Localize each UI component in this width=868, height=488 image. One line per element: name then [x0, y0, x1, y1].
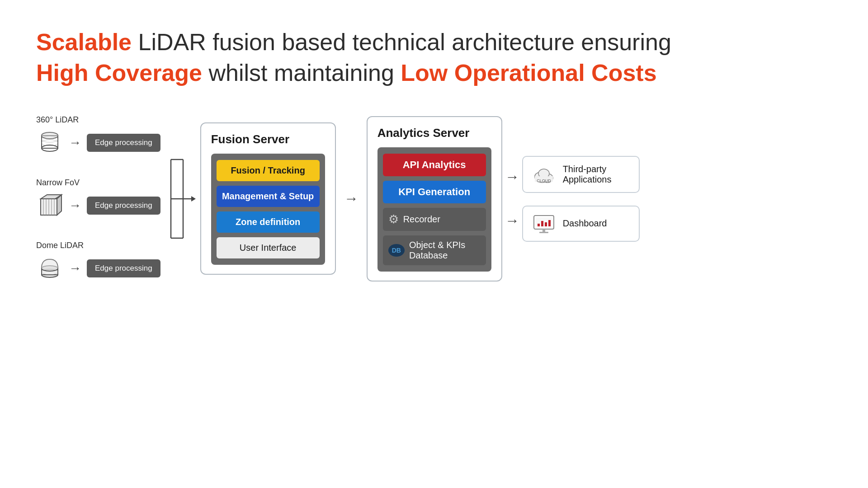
title-high-coverage: High Coverage: [36, 60, 202, 86]
analytics-output-wrapper: → → CLOUD Third-partyApplications: [502, 156, 640, 242]
dashboard-label: Dashboard: [563, 218, 607, 229]
page-content: Scalable LiDAR fusion based technical ar…: [0, 0, 868, 300]
svg-rect-38: [539, 232, 548, 233]
user-interface-button: User Interface: [217, 237, 320, 258]
recorder-label: Recorder: [403, 214, 440, 225]
sensor-dome-lidar: Dome LiDAR: [36, 241, 160, 282]
db-icon: DB: [388, 244, 405, 257]
zone-definition-button: Zone definition: [217, 211, 320, 233]
title-scalable: Scalable: [36, 29, 132, 55]
svg-rect-35: [545, 222, 547, 226]
title-low-costs: Low Operational Costs: [401, 60, 656, 86]
svg-rect-37: [542, 229, 545, 232]
output-boxes: CLOUD Third-partyApplications: [522, 156, 640, 242]
sensor-dome-lidar-label: Dome LiDAR: [36, 241, 84, 250]
edge-box-narrow: Edge processing: [87, 197, 160, 215]
monitor-icon: [532, 214, 556, 234]
kpi-generation-button: KPI Generation: [383, 181, 486, 203]
title-line2-normal: whilst maintaining: [202, 60, 401, 86]
dashboard-box: Dashboard: [522, 206, 640, 242]
svg-point-3: [42, 132, 58, 139]
svg-rect-33: [538, 224, 540, 226]
arrow-360-to-edge: [69, 136, 81, 150]
architecture-diagram: 360° LiDAR Edge proc: [36, 115, 832, 282]
fusion-tracking-button: Fusion / Tracking: [217, 160, 320, 181]
title-line1-normal: LiDAR fusion based technical architectur…: [132, 29, 671, 55]
analytics-server-box: Analytics Server API Analytics KPI Gener…: [367, 116, 502, 282]
title-line-1: Scalable LiDAR fusion based technical ar…: [36, 27, 832, 58]
arrow-dome-to-edge: [69, 261, 81, 276]
sensor-narrow-fov: Narrow FoV: [36, 178, 160, 219]
management-setup-button: Management & Setup: [217, 186, 320, 207]
arrow-fusion-to-analytics: →: [344, 190, 359, 207]
fusion-server-box: Fusion Server Fusion / Tracking Manageme…: [200, 122, 336, 275]
third-party-label: Third-partyApplications: [563, 164, 612, 185]
lidar-360-icon: [36, 129, 63, 156]
fusion-server-inner: Fusion / Tracking Management & Setup Zon…: [211, 154, 325, 265]
sensor-lidar-360-row: Edge processing: [36, 129, 160, 156]
edge-box-dome: Edge processing: [87, 259, 160, 277]
left-section: 360° LiDAR Edge proc: [36, 115, 200, 282]
sensor-narrow-fov-row: Edge processing: [36, 192, 160, 219]
analytics-server-title: Analytics Server: [377, 126, 491, 140]
gear-icon: ⚙: [388, 212, 399, 226]
api-analytics-button: API Analytics: [383, 154, 486, 176]
database-label: Object & KPIsDatabase: [409, 240, 466, 261]
database-row: DB Object & KPIsDatabase: [383, 235, 486, 265]
arrow-to-cloud: →: [505, 169, 519, 185]
merge-bracket-icon: [169, 147, 196, 251]
cloud-icon: CLOUD: [532, 164, 556, 184]
sensors-stack: 360° LiDAR Edge proc: [36, 115, 160, 282]
svg-rect-36: [548, 220, 551, 226]
sensor-narrow-fov-label: Narrow FoV: [36, 178, 80, 188]
edge-box-360: Edge processing: [87, 134, 160, 152]
dome-lidar-icon: [36, 255, 63, 282]
sensor-dome-lidar-row: Edge processing: [36, 255, 160, 282]
arrow-narrow-to-edge: [69, 198, 81, 213]
fusion-server-title: Fusion Server: [211, 132, 325, 146]
svg-rect-34: [541, 221, 543, 226]
svg-marker-13: [57, 195, 61, 215]
output-arrows: → →: [505, 169, 519, 229]
arrow-to-dashboard: →: [505, 212, 519, 229]
third-party-box: CLOUD Third-partyApplications: [522, 156, 640, 193]
narrow-fov-icon: [36, 192, 63, 219]
title-block: Scalable LiDAR fusion based technical ar…: [36, 27, 832, 88]
svg-text:CLOUD: CLOUD: [537, 178, 551, 183]
sensor-lidar-360-label: 360° LiDAR: [36, 115, 79, 125]
sensor-lidar-360: 360° LiDAR Edge proc: [36, 115, 160, 156]
title-line-2: High Coverage whilst maintaining Low Ope…: [36, 58, 832, 89]
analytics-server-inner: API Analytics KPI Generation ⚙ Recorder …: [377, 147, 491, 272]
recorder-row: ⚙ Recorder: [383, 208, 486, 231]
svg-marker-24: [191, 196, 196, 202]
